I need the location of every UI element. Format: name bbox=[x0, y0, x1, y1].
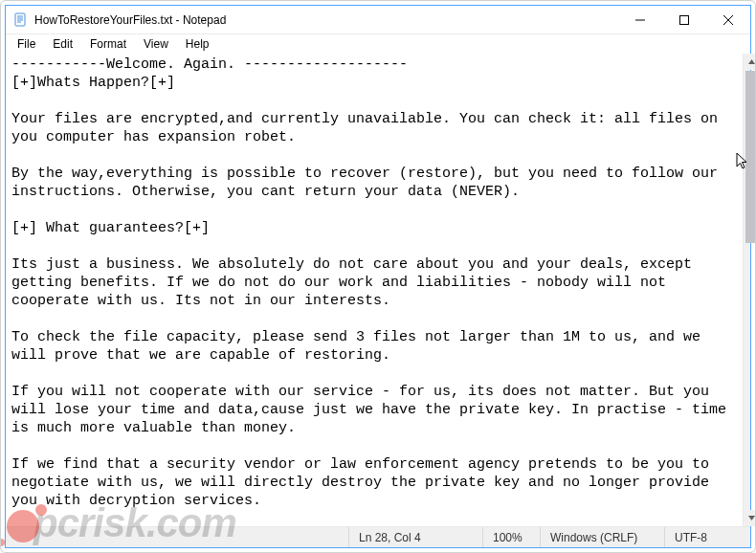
menu-file[interactable]: File bbox=[10, 36, 43, 52]
app-icon bbox=[13, 12, 29, 28]
scroll-up-button[interactable] bbox=[744, 54, 756, 70]
menu-help[interactable]: Help bbox=[178, 36, 217, 52]
menu-edit[interactable]: Edit bbox=[45, 36, 80, 52]
notepad-window: HowToRestoreYourFiles.txt - Notepad File… bbox=[5, 5, 751, 548]
status-eol: Windows (CRLF) bbox=[540, 527, 664, 547]
vertical-scrollbar[interactable] bbox=[743, 54, 750, 526]
status-encoding: UTF-8 bbox=[664, 527, 750, 547]
menu-format[interactable]: Format bbox=[82, 36, 134, 52]
outer-frame: HowToRestoreYourFiles.txt - Notepad File… bbox=[0, 0, 756, 553]
menu-view[interactable]: View bbox=[136, 36, 176, 52]
titlebar[interactable]: HowToRestoreYourFiles.txt - Notepad bbox=[6, 6, 750, 34]
scroll-thumb[interactable] bbox=[745, 71, 756, 243]
close-button[interactable] bbox=[706, 6, 750, 34]
client-area: -----------Welcome. Again. -------------… bbox=[6, 54, 750, 526]
scroll-down-button[interactable] bbox=[744, 510, 756, 526]
window-title: HowToRestoreYourFiles.txt - Notepad bbox=[34, 13, 226, 27]
status-position: Ln 28, Col 4 bbox=[348, 527, 482, 547]
statusbar: Ln 28, Col 4 100% Windows (CRLF) UTF-8 bbox=[6, 526, 750, 547]
maximize-button[interactable] bbox=[662, 6, 706, 34]
menubar: File Edit Format View Help bbox=[6, 34, 750, 54]
status-zoom: 100% bbox=[482, 527, 540, 547]
minimize-button[interactable] bbox=[618, 6, 662, 34]
svg-rect-6 bbox=[680, 15, 689, 24]
text-editor[interactable]: -----------Welcome. Again. -------------… bbox=[6, 54, 743, 526]
